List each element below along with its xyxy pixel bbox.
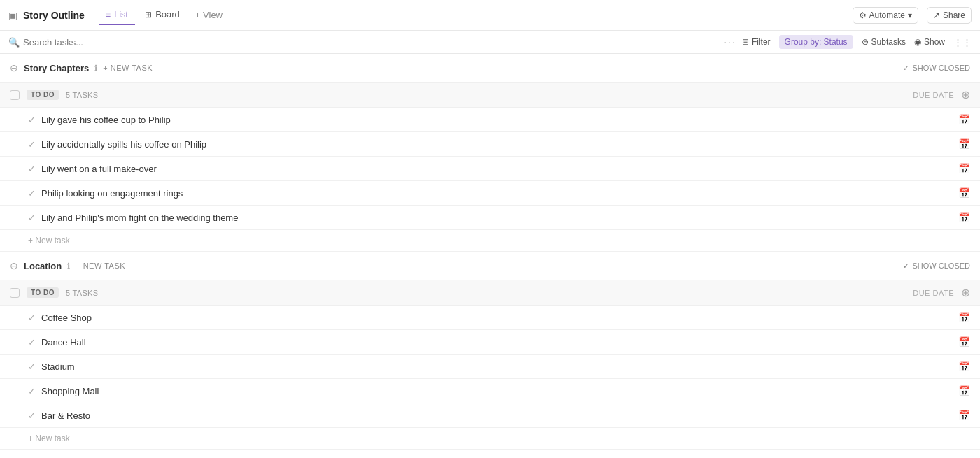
group-todo-2-count: 5 TASKS [66,289,98,297]
task-calendar-icon[interactable]: 📅 [958,385,970,396]
task-row: ✓ Lily gave his coffee cup to Philip 📅 [0,108,980,132]
task-text: Stadium [41,362,953,372]
task-text: Dance Hall [41,337,953,348]
toolbar-extra-dots[interactable]: ⋮⋮ [953,37,972,48]
task-row: ✓ Philip looking on engagement rings 📅 [0,181,980,206]
section-location-header: ⊖ Location ℹ + NEW TASK ✓ SHOW CLOSED [0,252,980,280]
filter-icon: ⊟ [742,37,749,47]
section-story-chapters-title: Story Chapters [24,63,89,73]
filter-label: Filter [752,37,771,47]
section-story-chapters: ⊖ Story Chapters ℹ + NEW TASK ✓ SHOW CLO… [0,54,980,252]
task-row: ✓ Stadium 📅 [0,355,980,379]
toolbar: 🔍 ··· ⊟ Filter Group by: Status ⊜ Subtas… [0,31,980,54]
task-row: ✓ Lily accidentally spills his coffee on… [0,132,980,157]
new-task-button-1[interactable]: + New task [0,230,980,251]
task-check-icon[interactable]: ✓ [28,164,36,174]
section-story-chapters-new-task-button[interactable]: + NEW TASK [103,64,153,72]
search-box: 🔍 [8,37,718,48]
group-todo-2-badge: TO DO [27,287,59,298]
task-row: ✓ Shopping Mall 📅 [0,379,980,403]
task-check-icon[interactable]: ✓ [28,386,36,396]
show-label: Show [924,37,945,47]
section-story-chapters-show-closed-button[interactable]: ✓ SHOW CLOSED [903,64,970,73]
task-text: Lily went on a full make-over [41,164,953,174]
section-story-chapters-info-icon[interactable]: ℹ [94,64,97,73]
task-calendar-icon[interactable]: 📅 [958,163,970,174]
task-check-icon[interactable]: ✓ [28,115,36,125]
group-by-label: Group by: Status [785,37,848,47]
subtasks-icon: ⊜ [862,37,869,47]
task-calendar-icon[interactable]: 📅 [958,138,970,150]
section-location-toggle[interactable]: ⊖ [10,260,18,271]
task-text: Shopping Mall [41,386,953,396]
filter-button[interactable]: ⊟ Filter [742,37,771,47]
show-icon: ◉ [914,37,921,47]
automate-label: Automate [869,10,905,20]
section-location-show-closed-button[interactable]: ✓ SHOW CLOSED [903,262,970,271]
section-story-chapters-toggle[interactable]: ⊖ [10,62,18,73]
task-check-icon[interactable]: ✓ [28,139,36,150]
group-todo-1-badge: TO DO [27,90,59,100]
list-icon: ≡ [106,10,111,20]
task-calendar-icon[interactable]: 📅 [958,410,970,421]
check-icon: ✓ [903,64,909,73]
task-calendar-icon[interactable]: 📅 [958,336,970,348]
show-closed-label: SHOW CLOSED [912,262,970,270]
task-check-icon[interactable]: ✓ [28,313,36,323]
share-label: Share [943,10,965,20]
subtasks-label: Subtasks [872,37,906,47]
section-location-new-task-button[interactable]: + NEW TASK [76,262,125,270]
check-icon: ✓ [903,262,909,271]
due-date-label-1: DUE DATE [913,91,954,99]
task-calendar-icon[interactable]: 📅 [958,114,970,125]
task-calendar-icon[interactable]: 📅 [958,361,970,372]
section-location: ⊖ Location ℹ + NEW TASK ✓ SHOW CLOSED TO… [0,252,980,450]
task-row: ✓ Lily went on a full make-over 📅 [0,157,980,181]
app-icon: ▣ [8,10,18,21]
main-content: ⊖ Story Chapters ℹ + NEW TASK ✓ SHOW CLO… [0,54,980,455]
task-calendar-icon[interactable]: 📅 [958,312,970,323]
task-check-icon[interactable]: ✓ [28,188,36,199]
subtasks-button[interactable]: ⊜ Subtasks [862,37,906,47]
group-todo-1-checkbox[interactable] [10,90,20,100]
group-todo-1: TO DO 5 TASKS DUE DATE ⊕ [0,82,980,108]
task-check-icon[interactable]: ✓ [28,410,36,421]
group-todo-1-add-button[interactable]: ⊕ [961,88,970,101]
automate-icon: ⚙ [859,10,867,20]
share-icon: ↗ [933,10,940,20]
search-input[interactable] [23,37,141,48]
section-location-title: Location [24,261,62,271]
new-task-button-2[interactable]: + New task [0,428,980,449]
more-options-button[interactable]: ··· [724,36,736,48]
project-title: Story Outline [23,10,85,21]
task-calendar-icon[interactable]: 📅 [958,212,970,223]
top-nav: ▣ Story Outline ≡ List ⊞ Board + View ⚙ … [0,0,980,31]
task-text: Bar & Resto [41,410,953,421]
task-text: Lily and Philip's mom fight on the weddi… [41,213,953,223]
automate-button[interactable]: ⚙ Automate ▾ [853,7,918,24]
section-location-info-icon[interactable]: ℹ [67,262,70,271]
task-check-icon[interactable]: ✓ [28,362,36,372]
group-by-button[interactable]: Group by: Status [779,35,853,49]
group-todo-1-count: 5 TASKS [66,91,98,99]
section-story-chapters-header: ⊖ Story Chapters ℹ + NEW TASK ✓ SHOW CLO… [0,54,980,82]
task-text: Philip looking on engagement rings [41,188,953,199]
task-check-icon[interactable]: ✓ [28,213,36,223]
task-calendar-icon[interactable]: 📅 [958,187,970,199]
board-icon: ⊞ [145,10,152,20]
group-todo-2-add-button[interactable]: ⊕ [961,286,970,299]
automate-chevron-icon: ▾ [908,10,912,20]
task-row: ✓ Coffee Shop 📅 [0,306,980,330]
group-todo-2: TO DO 5 TASKS DUE DATE ⊕ [0,280,980,306]
task-check-icon[interactable]: ✓ [28,337,36,348]
add-view-button[interactable]: + View [190,6,228,24]
tab-list-label: List [114,9,128,20]
task-text: Coffee Shop [41,313,953,323]
task-row: ✓ Dance Hall 📅 [0,330,980,355]
tab-list[interactable]: ≡ List [99,5,135,25]
show-button[interactable]: ◉ Show [914,37,945,47]
share-button[interactable]: ↗ Share [927,7,972,24]
tab-board[interactable]: ⊞ Board [138,5,187,25]
group-todo-2-checkbox[interactable] [10,288,20,298]
task-text: Lily gave his coffee cup to Philip [41,115,953,125]
